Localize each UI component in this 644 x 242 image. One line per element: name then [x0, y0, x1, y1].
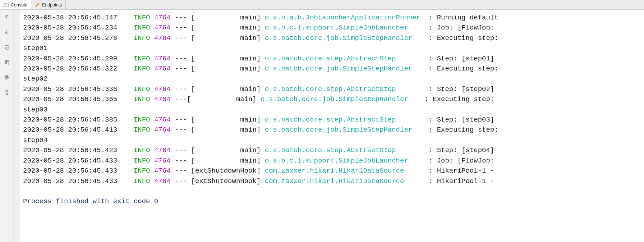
- scroll-down-button[interactable]: [3, 28, 11, 36]
- clear-all-button[interactable]: [3, 89, 11, 96]
- endpoints-icon: [35, 3, 40, 8]
- scroll-to-end-button[interactable]: [3, 59, 11, 66]
- console-tool-sidebar: [0, 10, 14, 242]
- svg-rect-6: [6, 78, 8, 79]
- tab-console-label: Console: [11, 3, 27, 8]
- console-output-panel: 2020-05-28 20:56:45.147 INFO 4764 --- [ …: [14, 10, 644, 242]
- console-scroll-gutter[interactable]: [14, 10, 20, 242]
- scroll-up-button[interactable]: [3, 13, 11, 20]
- console-output[interactable]: 2020-05-28 20:56:45.147 INFO 4764 --- [ …: [22, 10, 644, 242]
- tool-window-tabs: Console Endpoints: [0, 0, 644, 10]
- tab-endpoints-label: Endpoints: [42, 3, 62, 8]
- svg-rect-5: [6, 76, 8, 77]
- console-icon: [4, 3, 9, 8]
- tab-console[interactable]: Console: [0, 0, 31, 9]
- svg-rect-1: [4, 3, 8, 6]
- tab-endpoints[interactable]: Endpoints: [31, 0, 66, 9]
- print-button[interactable]: [3, 74, 11, 81]
- soft-wrap-button[interactable]: [3, 44, 11, 51]
